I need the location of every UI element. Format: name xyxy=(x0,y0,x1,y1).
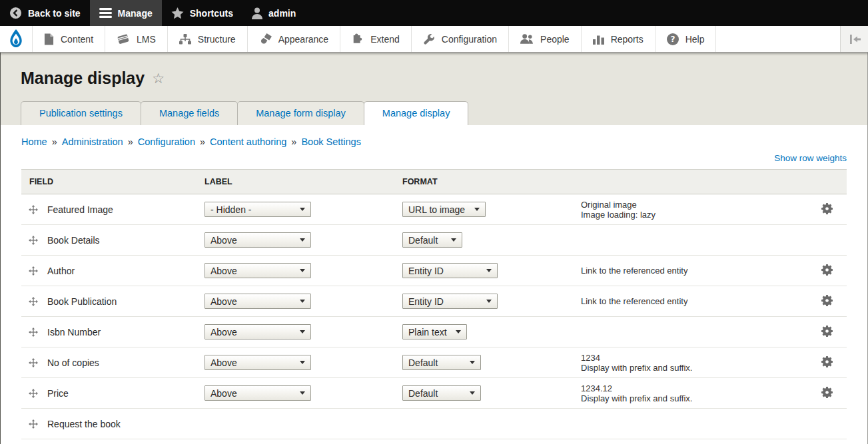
toolbar-item-label: Appearance xyxy=(278,34,329,45)
tab-manage-fields[interactable]: Manage fields xyxy=(141,101,238,125)
field-row-request-the-book: Request the book xyxy=(21,409,847,439)
gear-icon xyxy=(821,387,833,400)
label-select[interactable]: Above xyxy=(205,232,311,248)
tab-manage-form-display[interactable]: Manage form display xyxy=(237,101,364,125)
breadcrumb-link-administration[interactable]: Administration xyxy=(62,136,123,147)
column-header-format: FORMAT xyxy=(402,170,581,194)
field-row-isbn-number: Isbn NumberAbovePlain text xyxy=(21,317,847,347)
field-name: Book Details xyxy=(47,235,100,246)
gear-icon xyxy=(821,326,833,339)
field-name: Book Publication xyxy=(47,296,117,307)
breadcrumb-link-content-authoring[interactable]: Content authoring xyxy=(210,136,286,147)
format-select[interactable]: Entity ID xyxy=(402,263,498,278)
paintbrush-icon xyxy=(259,33,272,45)
chevron-down-icon xyxy=(486,300,492,303)
toolbar-item-configuration[interactable]: Configuration xyxy=(412,26,509,52)
gear-icon xyxy=(821,295,833,308)
field-name: Price xyxy=(47,388,69,399)
label-select[interactable]: Above xyxy=(205,263,311,278)
admin-bar-item-label: Back to site xyxy=(28,8,81,19)
drag-handle-icon[interactable] xyxy=(29,328,38,337)
svg-text:?: ? xyxy=(670,35,675,44)
help-icon: ? xyxy=(667,33,679,45)
label-select[interactable]: Above xyxy=(205,294,311,309)
toolbar-item-structure[interactable]: Structure xyxy=(168,26,248,52)
toolbar-item-content[interactable]: Content xyxy=(33,26,105,52)
toolbar-item-lms[interactable]: LMS xyxy=(105,26,168,52)
gear-icon xyxy=(821,356,833,369)
book-icon xyxy=(117,33,130,45)
show-row-weights-link[interactable]: Show row weights xyxy=(774,153,847,163)
drag-handle-icon[interactable] xyxy=(29,358,38,367)
select-value: Default xyxy=(408,388,462,399)
toolbar-collapse-button[interactable] xyxy=(840,26,868,52)
row-settings-button[interactable] xyxy=(821,295,833,308)
drag-handle-icon[interactable] xyxy=(29,266,38,276)
label-select[interactable]: Above xyxy=(205,355,311,370)
chevron-down-icon xyxy=(474,208,480,211)
format-select[interactable]: Plain text xyxy=(402,324,467,339)
field-name: Author xyxy=(47,266,75,276)
toolbar-item-extend[interactable]: Extend xyxy=(340,26,412,52)
puzzle-icon xyxy=(352,33,364,45)
admin-bar-item-manage[interactable]: Manage xyxy=(90,0,162,26)
format-select[interactable]: Default xyxy=(402,232,462,248)
toolbar-item-appearance[interactable]: Appearance xyxy=(248,26,341,52)
breadcrumb-link-home[interactable]: Home xyxy=(21,136,47,147)
admin-bar-item-shortcuts[interactable]: Shortcuts xyxy=(162,0,242,26)
row-settings-button[interactable] xyxy=(821,326,833,339)
drag-handle-icon[interactable] xyxy=(29,419,38,429)
select-value: Plain text xyxy=(408,327,448,337)
toolbar-item-people[interactable]: People xyxy=(509,26,582,52)
format-select[interactable]: Entity ID xyxy=(402,294,498,309)
drag-handle-icon[interactable] xyxy=(29,389,38,398)
toolbar-item-label: LMS xyxy=(137,34,156,45)
file-icon xyxy=(44,33,54,45)
people-icon xyxy=(520,33,534,45)
drag-handle-icon[interactable] xyxy=(29,236,38,245)
breadcrumb-link-configuration[interactable]: Configuration xyxy=(138,136,195,147)
row-settings-button[interactable] xyxy=(821,264,833,278)
chevron-down-icon xyxy=(300,208,305,211)
row-settings-button[interactable] xyxy=(821,387,833,400)
primary-tabs: Publication settingsManage fieldsManage … xyxy=(21,101,867,125)
content-area: Home»Administration»Configuration»Conten… xyxy=(1,125,867,439)
select-value: URL to image xyxy=(408,204,466,215)
format-select[interactable]: Default xyxy=(402,385,481,401)
favorite-star-icon[interactable]: ☆ xyxy=(152,71,165,85)
toolbar-item-reports[interactable]: Reports xyxy=(582,26,655,52)
label-select[interactable]: Above xyxy=(205,324,311,339)
tab-publication-settings[interactable]: Publication settings xyxy=(21,101,141,125)
field-row-author: AuthorAboveEntity IDLink to the referenc… xyxy=(21,256,847,286)
toolbar-item-help[interactable]: ?Help xyxy=(655,26,717,52)
page-title: Manage display xyxy=(21,69,145,88)
label-select[interactable]: Above xyxy=(205,385,311,401)
column-header-label: LABEL xyxy=(205,170,402,194)
select-value: Entity ID xyxy=(408,266,478,276)
column-header-field: FIELD xyxy=(21,170,205,194)
admin-bar-item-admin[interactable]: admin xyxy=(242,0,305,26)
format-summary: Link to the referenced entity xyxy=(581,266,801,276)
select-value: Above xyxy=(211,296,292,307)
tab-manage-display[interactable]: Manage display xyxy=(364,101,469,125)
drag-handle-icon[interactable] xyxy=(29,205,38,214)
row-settings-button[interactable] xyxy=(821,356,833,369)
admin-bar-item-back-to-site[interactable]: Back to site xyxy=(0,0,90,26)
format-select[interactable]: Default xyxy=(402,355,481,370)
admin-toolbar: Back to siteManageShortcutsadmin xyxy=(0,0,868,26)
toolbar-item-label: Structure xyxy=(198,34,236,45)
field-row-book-details: Book DetailsAboveDefault xyxy=(21,225,847,256)
breadcrumb-separator: » xyxy=(52,136,57,147)
label-select[interactable]: - Hidden - xyxy=(205,202,311,217)
table-header-row: FIELD LABEL FORMAT xyxy=(21,170,847,194)
select-value: Above xyxy=(211,266,292,276)
breadcrumb-link-book-settings[interactable]: Book Settings xyxy=(301,136,360,147)
bar-chart-icon xyxy=(593,34,604,45)
back-icon xyxy=(9,7,22,19)
drupal-home-button[interactable] xyxy=(0,26,33,52)
row-settings-button[interactable] xyxy=(821,203,833,216)
drupal-logo xyxy=(7,29,25,49)
drag-handle-icon[interactable] xyxy=(29,297,38,306)
breadcrumb-separator: » xyxy=(291,136,296,147)
format-select[interactable]: URL to image xyxy=(402,202,486,217)
